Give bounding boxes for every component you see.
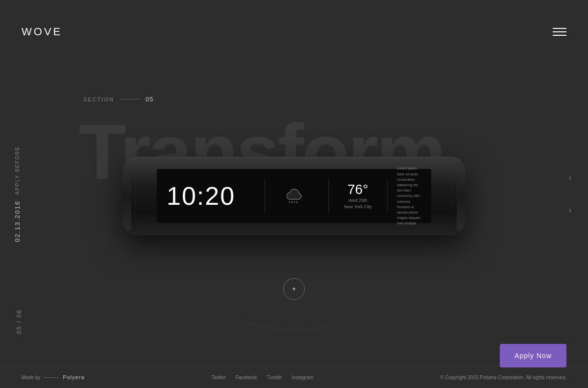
apply-before-label: Apply Before xyxy=(15,146,20,194)
band-screen: 10:20 76° Wed 25th xyxy=(157,169,431,223)
date-line2: New York City xyxy=(344,204,371,209)
prev-arrow[interactable]: ‹ xyxy=(567,171,573,184)
cloud-icon xyxy=(287,188,306,204)
footer-brand: Made by Polyera xyxy=(22,374,85,380)
hamburger-line-2 xyxy=(553,31,566,32)
date-line1: Wed 25th xyxy=(348,198,367,203)
footer-copyright: © Copyright 2015 Polyera Corporation. Al… xyxy=(441,375,567,380)
footer-links: Twitter Facebook Tumblr Instagram xyxy=(211,375,314,380)
dot-indicator: ✦ xyxy=(283,278,305,300)
footer: Made by Polyera Twitter Facebook Tumblr … xyxy=(0,366,588,388)
weather-section xyxy=(274,188,318,204)
arc-container xyxy=(216,308,372,349)
section-word: Section xyxy=(83,97,114,102)
screen-body-text: Lorem ipsum dolor sit amet, consectetur … xyxy=(397,166,421,226)
page-total: 06 xyxy=(16,309,23,317)
header: WOVE xyxy=(0,0,588,64)
section-label: Section 05 xyxy=(83,96,153,103)
hamburger-menu[interactable] xyxy=(553,28,566,36)
band-time: 10:20 xyxy=(167,181,255,211)
polyera-brand: Polyera xyxy=(63,374,84,380)
page-separator: / xyxy=(16,320,23,323)
band-shell: 10:20 76° Wed 25th xyxy=(122,157,466,235)
made-by-text: Made by xyxy=(22,375,40,380)
section-line xyxy=(120,99,140,99)
footer-link-instagram[interactable]: Instagram xyxy=(292,375,313,380)
footer-link-tumblr[interactable]: Tumblr xyxy=(267,375,282,380)
hamburger-line-3 xyxy=(553,35,566,36)
footer-link-twitter[interactable]: Twitter xyxy=(211,375,225,380)
hamburger-line-1 xyxy=(553,28,566,29)
nav-arrows: ‹ › xyxy=(567,171,573,217)
arc-svg xyxy=(216,308,372,347)
next-arrow[interactable]: › xyxy=(567,204,573,217)
dot-icon: ✦ xyxy=(292,286,296,292)
page-counter: 05 / 06 xyxy=(16,309,23,334)
smartband-container: 10:20 76° Wed 25th xyxy=(122,157,466,255)
deadline-date: 02.13.2016 xyxy=(14,200,21,242)
temperature: 76° xyxy=(347,182,368,197)
apply-now-button[interactable]: Apply Now xyxy=(500,344,566,367)
footer-line xyxy=(44,377,59,378)
section-number: 05 xyxy=(146,96,153,103)
footer-link-facebook[interactable]: Facebook xyxy=(236,375,257,380)
page-current: 05 xyxy=(16,326,23,334)
dot-circle-button[interactable]: ✦ xyxy=(283,278,305,300)
temp-section: 76° Wed 25th New York City xyxy=(338,182,377,210)
date-display: Wed 25th New York City xyxy=(344,197,371,210)
